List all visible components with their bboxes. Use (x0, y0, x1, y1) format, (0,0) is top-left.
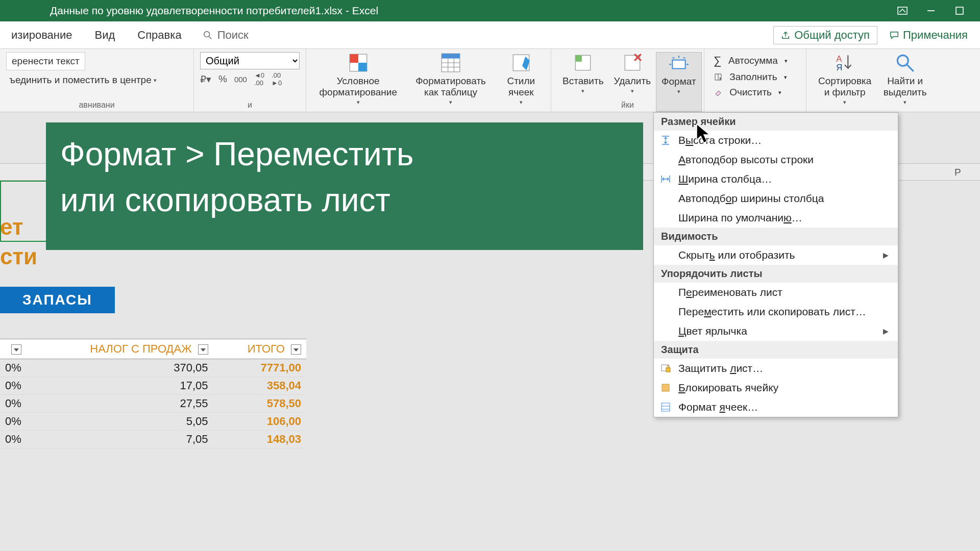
autosum-button[interactable]: ∑ Автосумма ▾ (710, 52, 800, 69)
filter-icon[interactable] (11, 344, 21, 355)
protect-icon (660, 363, 671, 374)
filter-icon[interactable] (291, 344, 301, 355)
col-width-icon (660, 173, 671, 185)
number-format-select[interactable]: Общий (200, 52, 300, 69)
cell-total[interactable]: 578,50 (213, 395, 306, 413)
cell-styles-icon (510, 52, 532, 73)
svg-line-22 (907, 65, 914, 71)
svg-rect-0 (898, 7, 907, 14)
instruction-banner: Формат > Переместить или скопировать лис… (46, 122, 643, 250)
cell-pct[interactable]: 0% (0, 377, 27, 395)
clear-button[interactable]: Очистить ▾ (710, 85, 800, 100)
cond-format-icon (348, 52, 369, 73)
find-select-button[interactable]: Найти и выделить▾ (877, 52, 933, 112)
menu-autofit-row[interactable]: Автоподбор высоты строки (654, 150, 898, 169)
svg-line-4 (209, 36, 211, 39)
increase-decimal-icon[interactable]: .00►0 (272, 71, 282, 87)
group-styles: Условное форматирование▾ Форматировать к… (306, 49, 551, 112)
menu-rename-sheet[interactable]: Переименовать лист (654, 283, 898, 302)
cell-styles-button[interactable]: Стили ячеек▾ (498, 52, 545, 105)
cell-pct[interactable]: 0% (0, 413, 27, 431)
currency-icon[interactable]: ₽▾ (200, 73, 211, 85)
cell-total[interactable]: 148,03 (213, 431, 306, 448)
lock-icon (660, 382, 671, 393)
table-icon (440, 52, 461, 73)
format-as-table-button[interactable]: Форматировать как таблицу▾ (404, 52, 498, 105)
menu-protect-sheet[interactable]: Защитить лист… (654, 359, 898, 378)
group-label-cells: йки (551, 101, 704, 110)
cell-total[interactable]: 7771,00 (213, 359, 306, 377)
menu-format-cells[interactable]: Формат ячеек… (654, 397, 898, 417)
merge-center-button[interactable]: ъединить и поместить в центре ▾ (6, 72, 160, 88)
tab-view[interactable]: Вид (84, 29, 127, 42)
menu-default-width[interactable]: Ширина по умолчанию… (654, 208, 898, 228)
menu-col-width[interactable]: Ширина столбца… (654, 169, 898, 189)
svg-rect-7 (358, 63, 367, 71)
maximize-icon[interactable] (945, 0, 974, 21)
share-icon (781, 31, 790, 40)
group-sort-find: АЯ Сортировка и фильтр▾ Найти и выделить… (806, 49, 939, 112)
cell-tax[interactable]: 27,55 (27, 395, 213, 413)
search-box[interactable]: Поиск (193, 29, 259, 42)
group-cells: Вставить▾ Удалить▾ Формат▾ йки (551, 49, 704, 112)
minimize-icon[interactable] (917, 0, 945, 21)
format-dropdown: Размер ячейки Высота строки… Автоподбор … (653, 112, 898, 417)
col-tax[interactable]: НАЛОГ С ПРОДАЖ (27, 339, 213, 359)
menu-row-height[interactable]: Высота строки… (654, 131, 898, 150)
section-organize: Упорядочить листы (654, 265, 898, 283)
data-table: НАЛОГ С ПРОДАЖ ИТОГО 0%370,057771,000%17… (0, 339, 306, 448)
cell-tax[interactable]: 17,05 (27, 377, 213, 395)
ribbon-options-icon[interactable] (888, 0, 917, 21)
conditional-formatting-button[interactable]: Условное форматирование▾ (312, 52, 404, 105)
fill-button[interactable]: Заполнить ▾ (710, 69, 800, 85)
titlebar: Данные по уровню удовлетворенности потре… (0, 0, 980, 21)
table-row[interactable]: 0%27,55578,50 (0, 395, 306, 413)
table-row[interactable]: 0%7,05148,03 (0, 431, 306, 448)
menu-move-copy-sheet[interactable]: Переместить или скопировать лист… (654, 302, 898, 321)
menu-tab-color[interactable]: Цвет ярлычка▶ (654, 321, 898, 341)
find-icon (894, 52, 916, 73)
format-icon (668, 53, 690, 74)
svg-rect-6 (350, 54, 358, 63)
insert-icon (572, 52, 594, 73)
cell-total[interactable]: 358,04 (213, 377, 306, 395)
cell-pct[interactable]: 0% (0, 395, 27, 413)
tab-help[interactable]: Справка (126, 29, 192, 42)
menu-lock-cell[interactable]: Блокировать ячейку (654, 378, 898, 397)
svg-point-21 (897, 55, 908, 66)
cell-tax[interactable]: 5,05 (27, 413, 213, 431)
svg-rect-26 (662, 403, 670, 411)
wrap-text-button[interactable]: еренести текст (6, 52, 85, 70)
comments-button[interactable]: Примечания (883, 27, 975, 44)
cell-tax[interactable]: 370,05 (27, 359, 213, 377)
cell-total[interactable]: 106,00 (213, 413, 306, 431)
table-row[interactable]: 0%17,05358,04 (0, 377, 306, 395)
tab-visualization[interactable]: изирование (0, 29, 84, 42)
col-total[interactable]: ИТОГО (213, 339, 306, 359)
cell-pct[interactable]: 0% (0, 359, 27, 377)
share-button[interactable]: Общий доступ (773, 26, 877, 44)
sort-icon: АЯ (834, 52, 855, 73)
group-label-number: и (194, 101, 306, 110)
ribbon-tabs-row: изирование Вид Справка Поиск Общий досту… (0, 21, 980, 49)
menu-autofit-col[interactable]: Автоподбор ширины столбца (654, 189, 898, 208)
svg-rect-25 (662, 384, 669, 391)
filter-icon[interactable] (198, 344, 208, 355)
col-header-p[interactable]: P (954, 167, 961, 178)
delete-icon (622, 52, 643, 73)
cell-pct[interactable]: 0% (0, 431, 27, 448)
percent-icon[interactable]: % (218, 73, 227, 85)
decrease-decimal-icon[interactable]: ◄0.00 (254, 71, 264, 87)
comment-icon (890, 31, 899, 40)
table-row[interactable]: 0%370,057771,00 (0, 359, 306, 377)
thousands-icon[interactable]: 000 (234, 75, 247, 84)
window-title: Данные по уровню удовлетворенности потре… (50, 5, 378, 17)
svg-text:Я: Я (836, 63, 842, 72)
menu-hide-unhide[interactable]: Скрыть или отобразить▶ (654, 245, 898, 265)
table-row[interactable]: 0%5,05106,00 (0, 413, 306, 431)
sort-filter-button[interactable]: АЯ Сортировка и фильтр▾ (813, 52, 877, 112)
cell-tax[interactable]: 7,05 (27, 431, 213, 448)
zapasy-chip[interactable]: ЗАПАСЫ (0, 287, 115, 313)
group-editing-buttons: ∑ Автосумма ▾ Заполнить ▾ Очистить ▾ (704, 49, 806, 112)
format-cells-icon (660, 402, 671, 413)
